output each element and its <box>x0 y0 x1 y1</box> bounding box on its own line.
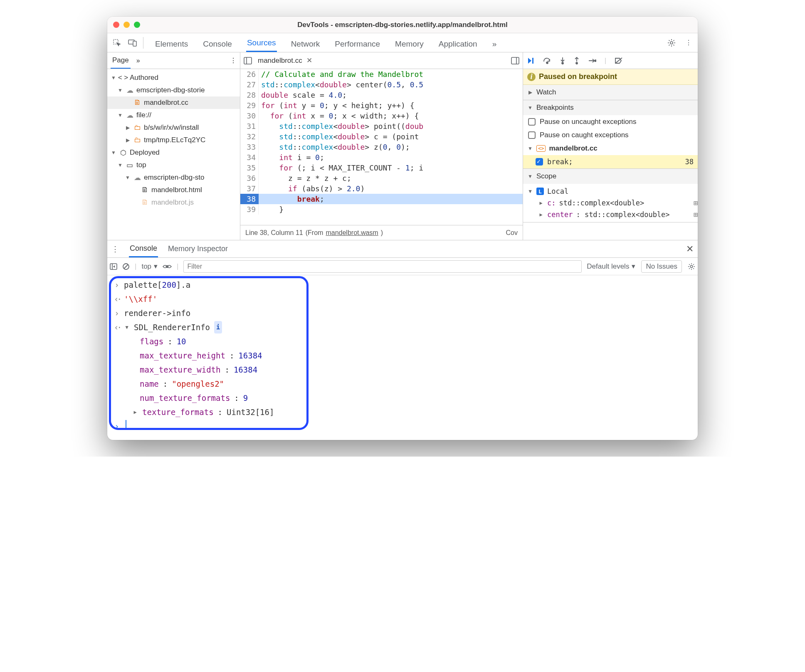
coverage-label[interactable]: Cov <box>506 229 518 237</box>
drawer-tab-memory-inspector[interactable]: Memory Inspector <box>168 245 228 253</box>
svg-point-13 <box>576 62 578 64</box>
step-over-icon[interactable] <box>543 57 551 64</box>
breakpoint-entry[interactable]: break; 38 <box>523 155 698 168</box>
prop-max-texture-width: max_texture_width: 16384 <box>108 363 697 377</box>
console-sidebar-toggle-icon[interactable] <box>110 263 117 270</box>
sources-panel: Page » ⋮ ▼< >Authored ▼☁emscripten-dbg-s… <box>107 52 698 240</box>
log-levels-select[interactable]: Default levels ▾ <box>587 262 635 271</box>
pause-uncaught-checkbox[interactable]: Pause on uncaught exceptions <box>523 115 698 128</box>
settings-gear-icon[interactable] <box>664 36 679 50</box>
editor-status-bar: Line 38, Column 11 (From mandelbrot.wasm… <box>240 225 523 240</box>
scope-local[interactable]: ▼LLocal <box>527 185 698 197</box>
editor-tab-mandelbrot-cc[interactable]: mandelbrot.cc ✕ <box>258 56 312 65</box>
pause-caught-checkbox[interactable]: Pause on caught exceptions <box>523 128 698 142</box>
tab-sources[interactable]: Sources <box>246 34 277 52</box>
info-badge-icon[interactable]: i <box>214 321 222 334</box>
console-output: palette[200].a '\\xff' renderer->info ▼ … <box>107 275 698 440</box>
tab-performance[interactable]: Performance <box>334 35 381 52</box>
more-tabs-icon[interactable]: » <box>491 35 498 52</box>
debugger-toolbar: | <box>523 52 698 69</box>
tree-item-folder-1[interactable]: ▶🗀b/s/w/ir/x/w/install <box>107 121 240 134</box>
console-prompt[interactable]: › <box>108 419 697 433</box>
step-out-icon[interactable] <box>574 57 580 64</box>
scope-body: ▼LLocal ▶c: std::complex<double>⊞ ▶cente… <box>523 184 698 222</box>
console-output-2[interactable]: ▼ SDL_RendererInfo i <box>108 320 697 334</box>
file-tree: ▼< >Authored ▼☁emscripten-dbg-storie 🗎ma… <box>107 69 240 240</box>
tree-item-file-scheme[interactable]: ▼☁file:// <box>107 109 240 121</box>
tree-item-mandelbrot-html[interactable]: 🗎mandelbrot.html <box>107 184 240 196</box>
svg-rect-4 <box>244 57 252 64</box>
source-map-link[interactable]: mandelbrot.wasm <box>326 229 378 237</box>
toggle-debugger-icon[interactable] <box>511 57 519 64</box>
tab-application[interactable]: Application <box>438 35 478 52</box>
console-input-1: palette[200].a <box>108 278 697 292</box>
breakpoint-file[interactable]: ▼<>mandelbrot.cc <box>523 142 698 155</box>
live-expr-icon[interactable] <box>163 264 172 269</box>
cursor-position: Line 38, Column 11 <box>245 229 303 237</box>
clear-console-icon[interactable] <box>122 263 130 270</box>
svg-rect-6 <box>511 57 519 64</box>
console-settings-gear-icon[interactable] <box>688 263 695 270</box>
navigator-header: Page » ⋮ <box>107 52 240 69</box>
navigator-more-icon[interactable]: » <box>136 57 140 64</box>
scope-var-center[interactable]: ▶center: std::complex<double>⊞ <box>527 209 698 220</box>
inspect-element-icon[interactable] <box>110 36 124 50</box>
navigator-menu-icon[interactable]: ⋮ <box>230 57 237 64</box>
breakpoints-section[interactable]: ▼Breakpoints <box>523 100 698 115</box>
svg-point-15 <box>595 60 596 62</box>
tab-elements[interactable]: Elements <box>154 35 189 52</box>
console-filter-input[interactable] <box>183 260 582 273</box>
close-drawer-icon[interactable]: ✕ <box>686 244 694 254</box>
tree-item-domain-2[interactable]: ▼☁emscripten-dbg-sto <box>107 171 240 184</box>
svg-point-22 <box>690 265 692 267</box>
chevron-down-icon: ▾ <box>154 262 158 271</box>
tree-item-top[interactable]: ▼▭top <box>107 159 240 171</box>
tree-item-deployed[interactable]: ▼⬡Deployed <box>107 146 240 159</box>
tree-item-domain[interactable]: ▼☁emscripten-dbg-storie <box>107 84 240 96</box>
deactivate-breakpoints-icon[interactable] <box>615 57 623 64</box>
tree-item-mandelbrot-js[interactable]: 🗎mandelbrot.js <box>107 196 240 209</box>
step-icon[interactable] <box>588 58 596 64</box>
svg-rect-2 <box>133 41 136 46</box>
watch-section[interactable]: ▶Watch <box>523 85 698 100</box>
drawer-menu-icon[interactable]: ⋮ <box>111 245 119 254</box>
console-output-1: '\\xff' <box>108 292 697 306</box>
tree-item-folder-2[interactable]: ▶🗀tmp/tmp.ELcTq2YC <box>107 134 240 146</box>
issues-button[interactable]: No Issues <box>641 260 682 273</box>
tree-item-authored[interactable]: ▼< >Authored <box>107 72 240 84</box>
prop-max-texture-height: max_texture_height: 16384 <box>108 348 697 363</box>
scope-var-c[interactable]: ▶c: std::complex<double>⊞ <box>527 197 698 209</box>
window-title: DevTools - emscripten-dbg-stories.netlif… <box>107 21 698 29</box>
debugger-pane: | i Paused on breakpoint ▶Watch ▼Breakpo… <box>523 52 698 240</box>
step-into-icon[interactable] <box>560 57 565 64</box>
svg-point-3 <box>670 42 673 44</box>
close-tab-icon[interactable]: ✕ <box>306 56 312 65</box>
navigator-pane: Page » ⋮ ▼< >Authored ▼☁emscripten-dbg-s… <box>107 52 240 240</box>
console-toolbar: | top ▾ | Default levels ▾ No Issues <box>107 258 698 275</box>
tree-item-mandelbrot-cc[interactable]: 🗎mandelbrot.cc <box>107 96 240 109</box>
device-toggle-icon[interactable] <box>126 36 140 50</box>
panel-tabs: Elements Console Sources Network Perform… <box>154 33 663 52</box>
context-select[interactable]: top ▾ <box>141 262 158 271</box>
editor-pane: mandelbrot.cc ✕ 26// Calculate and draw … <box>240 52 523 240</box>
prop-texture-formats[interactable]: ▶ texture_formats: Uint32[16] <box>108 405 697 419</box>
tab-console[interactable]: Console <box>202 35 233 52</box>
editor-tabbar: mandelbrot.cc ✕ <box>240 52 523 69</box>
svg-line-20 <box>124 264 128 269</box>
resume-icon[interactable] <box>527 57 535 64</box>
svg-rect-8 <box>532 58 533 64</box>
drawer-tab-console[interactable]: Console <box>129 241 158 257</box>
kebab-menu-icon[interactable]: ⋮ <box>685 39 692 47</box>
tab-network[interactable]: Network <box>290 35 321 52</box>
drawer: ⋮ Console Memory Inspector ✕ | top ▾ | D… <box>107 240 698 440</box>
titlebar: DevTools - emscripten-dbg-stories.netlif… <box>107 17 698 33</box>
tab-memory[interactable]: Memory <box>394 35 425 52</box>
prop-num-texture-formats: num_texture_formats: 9 <box>108 391 697 405</box>
drawer-tabbar: ⋮ Console Memory Inspector ✕ <box>107 240 698 258</box>
svg-point-9 <box>546 62 548 64</box>
toggle-navigator-icon[interactable] <box>244 57 252 64</box>
scope-section[interactable]: ▼Scope <box>523 169 698 184</box>
navigator-tab-page[interactable]: Page <box>111 53 131 69</box>
svg-point-11 <box>562 62 563 64</box>
code-editor[interactable]: 26// Calculate and draw the Mandelbrot27… <box>240 69 523 225</box>
